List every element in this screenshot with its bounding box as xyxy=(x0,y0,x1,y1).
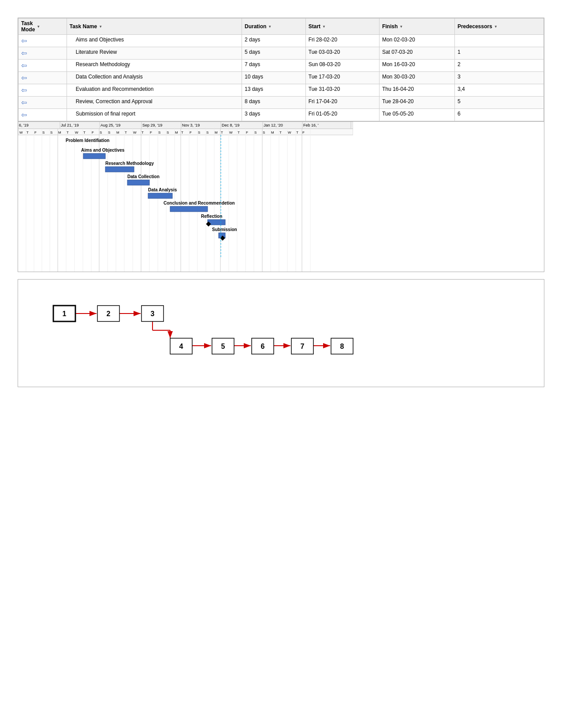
th-duration[interactable]: Duration ▼ xyxy=(242,19,305,35)
svg-text:W: W xyxy=(229,131,233,134)
svg-text:Data Collection: Data Collection xyxy=(127,174,160,179)
task-mode-icon: ⇦ xyxy=(21,37,27,45)
svg-text:S: S xyxy=(198,131,200,134)
table-row: ⇦Submission of final report3 daysFri 01-… xyxy=(19,109,544,121)
duration-cell: 8 days xyxy=(242,97,305,109)
svg-text:Aims and Objectives: Aims and Objectives xyxy=(81,148,125,153)
svg-text:M: M xyxy=(215,131,218,134)
svg-rect-96 xyxy=(127,180,149,185)
svg-text:6, '19: 6, '19 xyxy=(19,123,29,127)
task-mode-cell: ⇦ xyxy=(19,47,67,60)
th-task-name[interactable]: Task Name ▼ xyxy=(67,19,242,35)
svg-text:T: T xyxy=(67,131,69,134)
gantt-section: TaskMode ▼ Task Name ▼ Duration ▼ xyxy=(18,18,544,272)
svg-text:S: S xyxy=(100,131,102,134)
svg-text:T: T xyxy=(141,131,144,134)
table-row: ⇦Literature Review5 daysTue 03-03-20Sat … xyxy=(19,47,544,60)
th-finish[interactable]: Finish ▼ xyxy=(379,19,454,35)
start-cell: Tue 31-03-20 xyxy=(305,84,379,97)
svg-text:T: T xyxy=(83,131,86,134)
svg-text:Jul 21, '19: Jul 21, '19 xyxy=(61,123,79,127)
th-predecessors[interactable]: Predecessors ▼ xyxy=(454,19,543,35)
predecessors-cell: 1 xyxy=(454,47,543,60)
svg-text:S: S xyxy=(108,131,110,134)
task-mode-icon: ⇦ xyxy=(21,86,27,94)
predecessors-cell: 2 xyxy=(454,60,543,72)
task-name-cell: Data Collection and Analysis xyxy=(67,72,242,84)
th-task-mode[interactable]: TaskMode ▼ xyxy=(19,19,67,35)
finish-sort-icon[interactable]: ▼ xyxy=(399,25,403,29)
svg-text:Nov 3, '19: Nov 3, '19 xyxy=(182,123,200,127)
task-mode-cell: ⇦ xyxy=(19,84,67,97)
svg-text:Dec 8, '19: Dec 8, '19 xyxy=(222,123,239,127)
task-mode-cell: ⇦ xyxy=(19,97,67,109)
start-sort-icon[interactable]: ▼ xyxy=(322,25,326,29)
svg-text:7: 7 xyxy=(301,343,305,350)
svg-text:T: T xyxy=(181,131,183,134)
svg-text:F: F xyxy=(302,131,305,134)
svg-text:Research Methodology: Research Methodology xyxy=(105,161,154,166)
start-cell: Fri 01-05-20 xyxy=(305,109,379,121)
svg-text:Data Analysis: Data Analysis xyxy=(148,187,177,192)
svg-rect-94 xyxy=(105,167,134,172)
th-task-name-label: Task Name xyxy=(70,23,97,30)
th-start-label: Start xyxy=(309,23,320,30)
duration-cell: 2 days xyxy=(242,35,305,47)
finish-cell: Thu 16-04-20 xyxy=(379,84,454,97)
svg-text:T: T xyxy=(279,131,282,134)
svg-text:F: F xyxy=(92,131,94,134)
start-cell: Tue 17-03-20 xyxy=(305,72,379,84)
task-table: TaskMode ▼ Task Name ▼ Duration ▼ xyxy=(18,18,544,121)
svg-text:Feb 16, ': Feb 16, ' xyxy=(303,123,319,127)
th-duration-label: Duration xyxy=(245,23,266,30)
task-mode-icon: ⇦ xyxy=(21,49,27,57)
svg-text:Submission: Submission xyxy=(212,227,237,232)
page-container: TaskMode ▼ Task Name ▼ Duration ▼ xyxy=(9,9,553,396)
svg-text:S: S xyxy=(206,131,208,134)
duration-cell: 5 days xyxy=(242,47,305,60)
svg-text:T: T xyxy=(296,131,298,134)
svg-text:2: 2 xyxy=(107,310,111,317)
predecessors-cell: 6 xyxy=(454,109,543,121)
svg-text:M: M xyxy=(116,131,119,134)
task-mode-sort-icon[interactable]: ▼ xyxy=(37,25,40,29)
start-cell: Sun 08-03-20 xyxy=(305,60,379,72)
task-name-cell: Aims and Objectives xyxy=(67,35,242,47)
duration-cell: 13 days xyxy=(242,84,305,97)
svg-text:T: T xyxy=(26,131,29,134)
svg-text:W: W xyxy=(133,131,137,134)
finish-cell: Tue 28-04-20 xyxy=(379,97,454,109)
svg-text:S: S xyxy=(42,131,45,134)
svg-text:W: W xyxy=(288,131,291,134)
predecessors-cell: 5 xyxy=(454,97,543,109)
task-name-sort-icon[interactable]: ▼ xyxy=(99,25,102,29)
task-name-cell: Submission of final report xyxy=(67,109,242,121)
svg-text:T: T xyxy=(238,131,240,134)
th-task-mode-label: TaskMode xyxy=(21,20,35,33)
task-name-cell: Evaluation and Recommendetion xyxy=(67,84,242,97)
svg-text:S: S xyxy=(50,131,52,134)
task-mode-icon: ⇦ xyxy=(21,111,27,119)
predecessors-cell: 3,4 xyxy=(454,84,543,97)
start-cell: Tue 03-03-20 xyxy=(305,47,379,60)
svg-text:Sep 29, '19: Sep 29, '19 xyxy=(142,123,162,127)
svg-rect-98 xyxy=(148,193,172,198)
svg-text:S: S xyxy=(254,131,257,134)
th-start[interactable]: Start ▼ xyxy=(305,19,379,35)
task-mode-icon: ⇦ xyxy=(21,62,27,69)
gantt-chart-area: 6, '19 Jul 21, '19 Aug 25, '19 Sep 29, '… xyxy=(18,121,544,272)
predecessors-sort-icon[interactable]: ▼ xyxy=(494,25,498,29)
duration-sort-icon[interactable]: ▼ xyxy=(268,25,272,29)
finish-cell: Mon 30-03-20 xyxy=(379,72,454,84)
predecessors-cell xyxy=(454,35,543,47)
finish-cell: Mon 16-03-20 xyxy=(379,60,454,72)
duration-cell: 10 days xyxy=(242,72,305,84)
svg-text:S: S xyxy=(263,131,265,134)
network-section: 1 2 3 4 5 6 7 8 xyxy=(18,279,544,387)
task-mode-cell: ⇦ xyxy=(19,109,67,121)
duration-cell: 7 days xyxy=(242,60,305,72)
table-row: ⇦Aims and Objectives2 daysFri 28-02-20Mo… xyxy=(19,35,544,47)
svg-text:T: T xyxy=(221,131,223,134)
svg-text:S: S xyxy=(167,131,169,134)
svg-text:T: T xyxy=(125,131,127,134)
